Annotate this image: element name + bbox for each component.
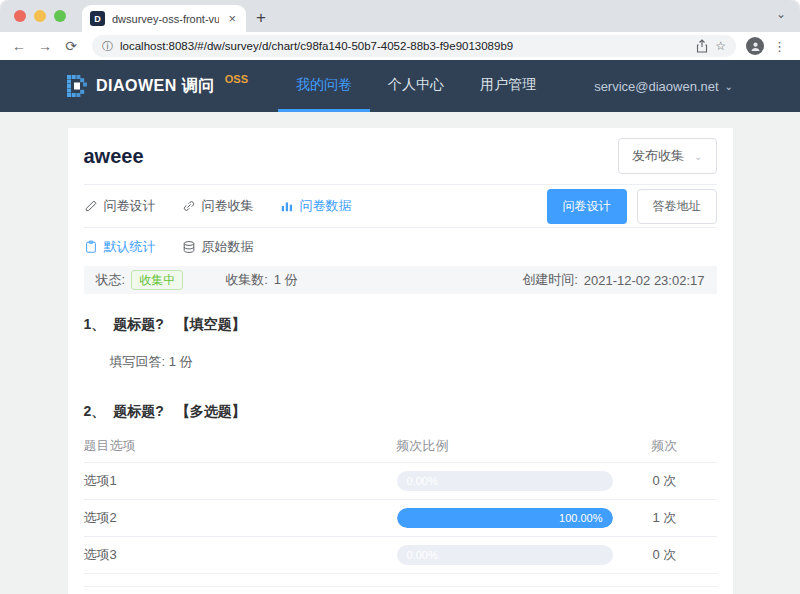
tab-label: 问卷收集 <box>202 197 254 215</box>
tab-title: dwsurvey-oss-front-vue <box>112 13 219 25</box>
url-text[interactable]: localhost:8083/#/dw/survey/d/chart/c98fa… <box>120 40 689 52</box>
tab-survey-data[interactable]: 问卷数据 <box>280 197 352 215</box>
option-label: 选项1 <box>84 472 397 490</box>
option-stats-table: 题目选项 频次比例 频次 选项1 0.00% 0 次 选项2 <box>84 429 717 574</box>
tab-survey-collect[interactable]: 问卷收集 <box>182 197 254 215</box>
app-header: DIAOWEN 调问 OSS 我的问卷 个人中心 用户管理 service@di… <box>0 60 800 112</box>
site-info-icon[interactable]: ⓘ <box>102 39 113 54</box>
browser-tab-strip: D dwsurvey-oss-front-vue × + ⌄ <box>0 0 800 32</box>
zoom-window-button[interactable] <box>54 10 66 22</box>
progress-bar: 0.00% <box>397 545 613 565</box>
browser-tab[interactable]: D dwsurvey-oss-front-vue × <box>82 5 246 32</box>
forward-icon[interactable]: → <box>34 38 56 54</box>
account-chevron-down-icon: ⌄ <box>725 81 733 92</box>
collect-count-label: 收集数: <box>225 271 268 289</box>
nav-item-personal-center[interactable]: 个人中心 <box>370 60 462 112</box>
close-window-button[interactable] <box>14 10 26 22</box>
table-row: 选项3 0.00% 0 次 <box>84 537 717 574</box>
col-header-option: 题目选项 <box>84 437 397 455</box>
browser-toolbar: ← → ⟳ ⓘ localhost:8083/#/dw/survey/d/cha… <box>0 32 800 60</box>
question-type: 【多选题】 <box>176 403 246 421</box>
bar-chart-icon <box>280 199 294 213</box>
question-1-answer: 填写回答: 1 份 <box>110 353 717 371</box>
clipboard-icon <box>84 240 98 254</box>
answer-value: 1 份 <box>169 354 193 369</box>
chart-type-tabs: 柱状图 拆线图 拼状图 条形图 <box>84 586 717 594</box>
question-type: 【填空题】 <box>176 316 246 334</box>
survey-status-bar: 状态: 收集中 收集数: 1 份 创建时间: 2021-12-02 23:02:… <box>84 266 717 294</box>
share-icon[interactable] <box>696 39 708 53</box>
progress-bar: 0.00% <box>397 471 613 491</box>
option-count: 0 次 <box>613 472 717 490</box>
option-label: 选项2 <box>84 509 397 527</box>
bookmark-star-icon[interactable]: ☆ <box>715 39 726 53</box>
tab-label: 问卷设计 <box>104 197 156 215</box>
option-count: 1 次 <box>613 509 717 527</box>
survey-title-row: aweee 发布收集 ⌄ <box>84 128 717 185</box>
brand-logo[interactable]: DIAOWEN 调问 OSS <box>67 75 248 97</box>
survey-card: aweee 发布收集 ⌄ 问卷设计 问卷收集 <box>68 128 733 594</box>
publish-collect-label: 发布收集 <box>632 147 684 165</box>
diaowen-logo-icon <box>67 75 88 97</box>
question-title: 题标题? <box>113 403 164 421</box>
survey-title: aweee <box>84 145 144 168</box>
col-header-ratio: 频次比例 <box>397 437 613 455</box>
progress-bar: 100.00% <box>397 508 613 528</box>
brand-name: DIAOWEN 调问 <box>96 76 215 97</box>
browser-window: D dwsurvey-oss-front-vue × + ⌄ ← → ⟳ ⓘ l… <box>0 0 800 594</box>
tab-label: 问卷数据 <box>300 197 352 215</box>
created-time-label: 创建时间: <box>522 271 578 289</box>
progress-percent: 0.00% <box>407 471 438 491</box>
new-tab-button[interactable]: + <box>256 8 266 28</box>
person-icon <box>750 41 761 52</box>
nav-item-my-surveys[interactable]: 我的问卷 <box>278 60 370 112</box>
survey-actions: 问卷设计 答卷地址 <box>547 189 717 224</box>
browser-menu-icon[interactable]: ⋮ <box>768 39 792 54</box>
nav-item-user-management[interactable]: 用户管理 <box>462 60 554 112</box>
progress-percent: 0.00% <box>407 545 438 565</box>
col-header-count: 频次 <box>613 437 717 455</box>
answer-label: 填写回答: <box>110 354 166 369</box>
question-index: 1、 <box>84 316 106 334</box>
tab-close-icon[interactable]: × <box>226 11 238 26</box>
subtab-raw-data[interactable]: 原始数据 <box>182 238 254 256</box>
question-index: 2、 <box>84 403 106 421</box>
tab-survey-design[interactable]: 问卷设计 <box>84 197 156 215</box>
table-row: 选项1 0.00% 0 次 <box>84 463 717 500</box>
tab-overview-chevron-icon[interactable]: ⌄ <box>776 7 786 21</box>
account-menu[interactable]: service@diaowen.net ⌄ <box>594 79 733 94</box>
option-label: 选项3 <box>84 546 397 564</box>
profile-avatar[interactable] <box>746 37 764 55</box>
publish-chevron-down-icon: ⌄ <box>694 151 702 162</box>
pencil-icon <box>84 199 98 213</box>
window-controls <box>0 0 80 32</box>
publish-collect-dropdown[interactable]: 发布收集 ⌄ <box>618 138 716 174</box>
answer-url-button[interactable]: 答卷地址 <box>637 189 717 224</box>
created-time-value: 2021-12-02 23:02:17 <box>584 273 705 288</box>
table-row: 选项2 100.00% 1 次 <box>84 500 717 537</box>
question-title: 题标题? <box>113 316 164 334</box>
main-nav: 我的问卷 个人中心 用户管理 <box>278 60 554 112</box>
data-subtabs: 默认统计 原始数据 <box>84 228 717 266</box>
question-2-heading: 2、 题标题? 【多选题】 <box>84 403 717 421</box>
database-icon <box>182 240 196 254</box>
collect-count-value: 1 份 <box>274 271 298 289</box>
subtab-label: 原始数据 <box>202 238 254 256</box>
minimize-window-button[interactable] <box>34 10 46 22</box>
status-label: 状态: <box>96 271 126 289</box>
question-1-heading: 1、 题标题? 【填空题】 <box>84 316 717 334</box>
address-bar[interactable]: ⓘ localhost:8083/#/dw/survey/d/chart/c98… <box>92 35 736 57</box>
progress-percent: 100.00% <box>559 508 602 528</box>
status-badge: 收集中 <box>131 270 183 290</box>
subtab-label: 默认统计 <box>104 238 156 256</box>
subtab-default-stats[interactable]: 默认统计 <box>84 238 156 256</box>
account-email: service@diaowen.net <box>594 79 718 94</box>
back-icon[interactable]: ← <box>8 38 30 54</box>
survey-design-button[interactable]: 问卷设计 <box>547 189 627 224</box>
option-count: 0 次 <box>613 546 717 564</box>
reload-icon[interactable]: ⟳ <box>60 38 82 54</box>
favicon: D <box>90 11 105 26</box>
link-icon <box>182 199 196 213</box>
brand-oss-badge: OSS <box>225 73 248 85</box>
table-header-row: 题目选项 频次比例 频次 <box>84 429 717 463</box>
